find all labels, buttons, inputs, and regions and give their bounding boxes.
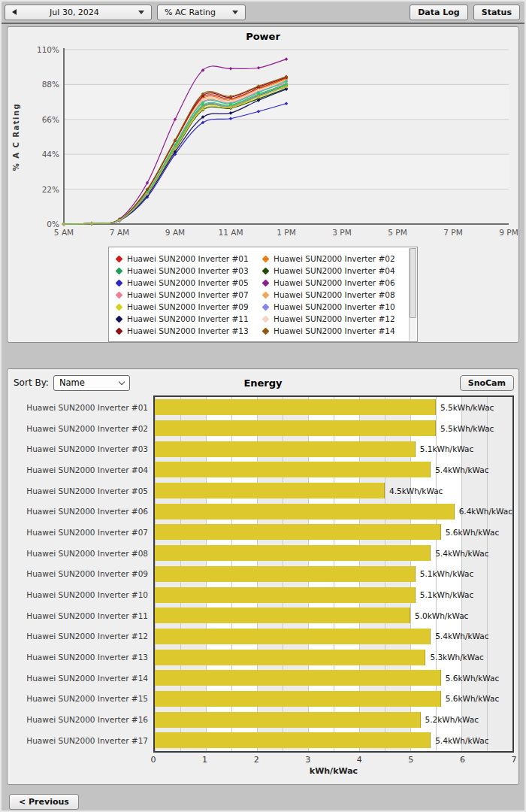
energy-bar-value: 5.4kWh/kWac [435, 736, 488, 745]
sort-by-select[interactable]: Name [53, 375, 130, 391]
energy-bar-value: 5.1kWh/kWac [420, 444, 473, 453]
inverter-label: Huawei SUN2000 Inverter #08 [12, 543, 153, 564]
legend-label: Huawei SUN2000 Inverter #05 [127, 278, 249, 287]
energy-bar-row: 4.5kWh/kWac [155, 480, 512, 501]
legend-marker-icon [116, 255, 123, 262]
legend-item: Huawei SUN2000 Inverter #10 [263, 301, 404, 313]
energy-bar-row: 5.1kWh/kWac [155, 438, 512, 459]
energy-chart: Huawei SUN2000 Inverter #01Huawei SUN200… [12, 395, 514, 753]
legend-item: Huawei SUN2000 Inverter #12 [263, 313, 404, 325]
energy-bar-row: 5.1kWh/kWac [155, 564, 512, 585]
snocam-button[interactable]: SnoCam [460, 375, 514, 391]
data-point-marker [62, 223, 66, 226]
power-panel: Power 0%22%44%66%88%110%5 AM7 AM9 AM11 A… [7, 26, 519, 343]
data-point-marker [229, 67, 233, 71]
inverter-label: Huawei SUN2000 Inverter #15 [12, 689, 153, 710]
plot-band [64, 154, 509, 189]
energy-header: Sort By: Name Energy SnoCam [12, 373, 514, 392]
metric-dropdown[interactable]: % AC Rating [157, 5, 246, 20]
energy-bar [155, 545, 431, 561]
metric-dropdown-icon [232, 11, 238, 14]
legend-marker-icon [116, 327, 123, 335]
x-tick-label: 1 PM [277, 228, 295, 237]
energy-bar-row: 5.6kWh/kWac [155, 668, 512, 689]
legend-label: Huawei SUN2000 Inverter #01 [127, 254, 249, 263]
energy-bar-row: 5.3kWh/kWac [155, 647, 512, 668]
legend-marker-icon [116, 315, 123, 323]
y-tick-label: 44% [42, 150, 59, 159]
energy-x-axis: 01234567 [153, 753, 514, 765]
energy-x-tick-label: 6 [460, 755, 465, 765]
energy-x-tick-label: 3 [305, 755, 310, 765]
energy-plot-area: 5.5kWh/kWac5.5kWh/kWac5.1kWh/kWac5.4kWh/… [153, 395, 514, 753]
legend-scrollbar-thumb[interactable] [410, 248, 416, 318]
legend-item: Huawei SUN2000 Inverter #01 [116, 253, 257, 265]
status-button[interactable]: Status [473, 5, 520, 20]
energy-bar [155, 420, 436, 436]
energy-bar [155, 712, 421, 728]
data-point-marker [285, 57, 289, 61]
energy-bar-value: 5.6kWh/kWac [446, 528, 499, 537]
toolbar: Jul 30, 2024 % AC Rating Data Log Status [2, 2, 524, 24]
x-tick-label: 7 PM [443, 228, 462, 237]
x-tick-label: 5 PM [388, 228, 407, 237]
legend-marker-icon [262, 255, 270, 262]
energy-bar-row: 5.6kWh/kWac [155, 522, 512, 543]
inverter-label: Huawei SUN2000 Inverter #13 [12, 647, 153, 668]
energy-bar-row: 5.1kWh/kWac [155, 584, 512, 605]
legend-label: Huawei SUN2000 Inverter #10 [274, 302, 395, 311]
energy-bar-row: 5.4kWh/kWac [155, 730, 512, 751]
energy-bar-row: 5.0kWh/kWac [155, 605, 512, 626]
energy-bar-row: 5.5kWh/kWac [155, 418, 512, 439]
legend-label: Huawei SUN2000 Inverter #14 [274, 326, 395, 335]
legend-marker-icon [116, 267, 123, 274]
energy-bar-value: 5.6kWh/kWac [446, 694, 499, 703]
legend-item: Huawei SUN2000 Inverter #07 [116, 289, 257, 301]
energy-bar-value: 5.1kWh/kWac [420, 569, 473, 578]
y-tick-label: 66% [42, 115, 59, 124]
inverter-label: Huawei SUN2000 Inverter #09 [12, 564, 153, 585]
energy-bar-row: 5.2kWh/kWac [155, 709, 512, 730]
energy-bar-value: 5.5kWh/kWac [440, 403, 494, 412]
energy-x-tick-label: 5 [408, 755, 413, 765]
y-tick-label: 88% [42, 80, 59, 89]
legend-marker-icon [116, 291, 123, 298]
energy-bar-value: 6.4kWh/kWac [459, 507, 512, 516]
inverter-label: Huawei SUN2000 Inverter #02 [12, 418, 153, 439]
energy-bar [155, 441, 416, 457]
legend-marker-icon [262, 291, 270, 298]
legend-marker-icon [262, 327, 270, 335]
legend-item: Huawei SUN2000 Inverter #05 [116, 277, 257, 289]
previous-button[interactable]: < Previous [9, 794, 79, 810]
legend-scrollbar[interactable] [409, 248, 416, 341]
x-tick-label: 7 AM [110, 228, 129, 237]
inverter-label: Huawei SUN2000 Inverter #03 [12, 438, 153, 459]
data-point-marker [257, 66, 261, 70]
legend-label: Huawei SUN2000 Inverter #04 [274, 266, 395, 275]
data-log-button[interactable]: Data Log [410, 5, 468, 20]
legend-label: Huawei SUN2000 Inverter #02 [274, 254, 395, 263]
legend-marker-icon [116, 279, 123, 286]
inverter-label: Huawei SUN2000 Inverter #10 [12, 584, 153, 605]
inverter-label: Huawei SUN2000 Inverter #04 [12, 459, 153, 480]
date-picker-button[interactable]: Jul 30, 2024 [5, 5, 152, 20]
energy-bar [155, 691, 441, 707]
energy-bar-value: 5.6kWh/kWac [446, 674, 499, 683]
legend-label: Huawei SUN2000 Inverter #07 [127, 290, 249, 299]
legend-label: Huawei SUN2000 Inverter #08 [274, 290, 395, 299]
inverter-label: Huawei SUN2000 Inverter #12 [12, 626, 153, 647]
x-tick-label: 11 AM [219, 228, 243, 237]
legend-item: Huawei SUN2000 Inverter #06 [263, 277, 404, 289]
energy-bar-value: 5.0kWh/kWac [415, 611, 468, 620]
inverter-label: Huawei SUN2000 Inverter #05 [12, 480, 153, 501]
energy-x-tick-label: 0 [151, 755, 156, 765]
energy-bar [155, 650, 425, 665]
legend-marker-icon [262, 315, 270, 323]
energy-bar-value: 5.4kWh/kWac [435, 632, 488, 641]
y-tick-label: 110% [37, 45, 59, 54]
date-label: Jul 30, 2024 [17, 8, 132, 17]
legend-label: Huawei SUN2000 Inverter #13 [127, 326, 249, 335]
energy-bar [155, 483, 385, 498]
legend-item: Huawei SUN2000 Inverter #04 [263, 265, 404, 277]
legend-label: Huawei SUN2000 Inverter #11 [127, 314, 249, 323]
